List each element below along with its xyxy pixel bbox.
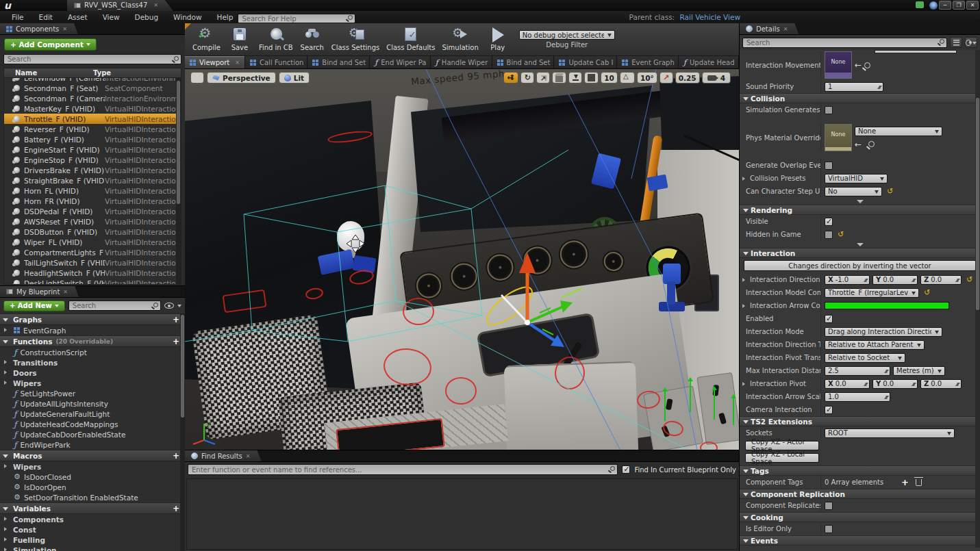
- direction-y-field[interactable]: Y0.0: [872, 275, 918, 285]
- use-selected-asset-icon[interactable]: [855, 60, 862, 70]
- component-row[interactable]: DriversBrake_F (VHID) VirtualHIDInteract…: [4, 165, 181, 175]
- section-header-collision[interactable]: Collision: [740, 93, 980, 103]
- viewport-3d[interactable]: Max speed 95 mph: [185, 69, 739, 450]
- document-tab[interactable]: Bind and Set: [307, 56, 370, 68]
- toolbar-button[interactable]: Search: [297, 24, 328, 55]
- asset-window-tab[interactable]: RVV_WSR_Class47: [67, 0, 173, 11]
- component-row[interactable]: HeadlightSwitch_F (VHID) VirtualHIDInter…: [4, 268, 181, 278]
- blueprint-item[interactable]: UpdateCabDoorEnabledState: [0, 429, 185, 439]
- distance-unit-dropdown[interactable]: Metres (m): [893, 366, 945, 376]
- simulation-hit-checkbox[interactable]: [825, 106, 833, 114]
- blueprint-item[interactable]: SetDoorTransition EnabledState: [0, 492, 185, 502]
- add-item-button[interactable]: [173, 315, 179, 324]
- component-row[interactable]: Horn_FR (VHID) VirtualHIDInteraction: [4, 196, 181, 206]
- help-search-input[interactable]: [238, 14, 355, 23]
- menu-item[interactable]: Edit: [32, 11, 60, 23]
- camera-speed-button[interactable]: 4: [702, 72, 731, 84]
- menu-item[interactable]: View: [95, 11, 127, 23]
- document-tab[interactable]: Call Function: [245, 56, 307, 68]
- copy-xz-local-button[interactable]: Copy XZ - Local Space: [745, 453, 819, 463]
- is-editor-only-checkbox[interactable]: [825, 525, 833, 533]
- invert-direction-button[interactable]: Changes direction by inverting the vecto…: [744, 260, 976, 271]
- find-results-list[interactable]: [186, 478, 738, 550]
- add-new-button[interactable]: + Add New: [3, 300, 65, 311]
- menu-item[interactable]: Asset: [60, 11, 95, 23]
- overlap-events-checkbox[interactable]: [825, 162, 833, 170]
- marketplace-icon[interactable]: [929, 1, 938, 10]
- blueprint-item[interactable]: Components: [0, 514, 185, 524]
- debug-object-dropdown[interactable]: No debug object selected: [519, 30, 615, 40]
- sound-priority-field[interactable]: 1: [825, 82, 883, 92]
- phys-material-thumbnail[interactable]: None: [825, 124, 852, 151]
- camera-interaction-checkbox[interactable]: [825, 406, 833, 414]
- section-header-interaction[interactable]: Interaction: [740, 248, 980, 258]
- blueprint-item[interactable]: IsDoorOpen: [0, 482, 185, 492]
- blueprint-item[interactable]: Wipers: [0, 378, 185, 388]
- components-scrollbar[interactable]: [176, 78, 181, 284]
- blueprint-item[interactable]: Functions (20 Overridable): [0, 335, 185, 347]
- document-tab[interactable]: Update Head: [679, 56, 739, 68]
- component-row[interactable]: Secondman_F (Seat) SeatComponent: [4, 83, 181, 93]
- blueprint-item[interactable]: EventGraph: [0, 325, 185, 335]
- feedback-chat-icon[interactable]: [916, 1, 924, 8]
- component-row[interactable]: StraightBrake_F (VHID) VirtualHIDInterac…: [4, 175, 181, 185]
- interaction-mode-dropdown[interactable]: Drag along Interaction Direction: [825, 327, 942, 337]
- enabled-checkbox[interactable]: [825, 315, 833, 323]
- toolbar-button[interactable]: Find in CB: [255, 24, 297, 55]
- trash-icon[interactable]: [916, 479, 922, 486]
- model-component-dropdown[interactable]: Throttle_F (IrregularLever): [825, 288, 919, 298]
- chevron-down-icon[interactable]: [177, 305, 181, 309]
- lit-mode-button[interactable]: Lit: [279, 72, 310, 84]
- close-icon[interactable]: [153, 0, 158, 11]
- direction-z-field[interactable]: Z0.0: [920, 275, 962, 285]
- reset-to-default-icon[interactable]: [966, 276, 972, 284]
- details-scrollbar[interactable]: [975, 50, 980, 548]
- section-header-ts2-extensions[interactable]: TS2 Extensions: [740, 416, 980, 426]
- scale-snap-value-button[interactable]: 0.25: [675, 72, 700, 84]
- rotate-tool-button[interactable]: [520, 72, 534, 84]
- rotation-snap-value-button[interactable]: 10°: [637, 72, 657, 84]
- expand-advanced-button[interactable]: [740, 198, 980, 205]
- section-header-cooking[interactable]: Cooking: [740, 512, 980, 522]
- coordinate-system-button[interactable]: [552, 72, 566, 84]
- close-icon[interactable]: [62, 26, 67, 32]
- blueprint-item[interactable]: UpdateAllLightsIntensity: [0, 398, 185, 409]
- blueprint-item[interactable]: Simulation: [0, 545, 185, 551]
- blueprint-item[interactable]: Macros: [0, 450, 185, 461]
- display-filter-button[interactable]: [965, 37, 977, 48]
- move-tool-button[interactable]: [503, 72, 518, 84]
- find-in-blueprint-checkbox[interactable]: [622, 465, 630, 474]
- phys-material-dropdown[interactable]: None: [855, 127, 942, 136]
- column-type[interactable]: Type: [93, 69, 181, 77]
- pivot-z-field[interactable]: Z0.0: [920, 379, 962, 389]
- blueprint-item[interactable]: UpdateGeneralFaultLight: [0, 409, 185, 419]
- close-icon[interactable]: [783, 26, 788, 32]
- blueprint-item[interactable]: Variables: [0, 502, 185, 514]
- minimize-button[interactable]: ─: [939, 1, 951, 10]
- direction-transform-dropdown[interactable]: Relative to Attach Parent: [825, 340, 925, 350]
- drag-handle-icon[interactable]: [874, 84, 881, 89]
- blueprint-item[interactable]: EndWiperPark: [0, 439, 185, 450]
- surface-snapping-button[interactable]: [568, 72, 582, 84]
- reset-to-default-icon[interactable]: [887, 188, 893, 196]
- tab-find-results[interactable]: Find Results: [185, 450, 261, 461]
- toolbar-button[interactable]: Play: [482, 24, 514, 55]
- toolbar-button[interactable]: Class Settings: [328, 24, 384, 55]
- component-row[interactable]: Wiper_FL (VHID) VirtualHIDInteraction: [4, 237, 181, 247]
- section-header-rendering[interactable]: Rendering: [740, 205, 980, 215]
- toolbar-button[interactable]: Class Defaults: [383, 24, 438, 55]
- component-row[interactable]: LeftWindow_F (Camera) InteractionEnviron…: [4, 78, 181, 83]
- pivot-x-field[interactable]: X0.0: [825, 379, 870, 389]
- light-bulb-sprite[interactable]: [337, 221, 364, 251]
- close-icon[interactable]: [63, 289, 68, 295]
- blueprint-item[interactable]: ConstructionScript: [0, 347, 185, 357]
- close-window-button[interactable]: ✕: [966, 1, 979, 10]
- toolbar-button[interactable]: Compile: [189, 24, 224, 55]
- component-row[interactable]: Throttle_F (VHID) VirtualHIDInteraction: [4, 114, 181, 124]
- blueprint-item[interactable]: IsDoorClosed: [0, 472, 185, 482]
- view-options-icon[interactable]: [164, 303, 174, 309]
- document-tab[interactable]: Update Cab I: [554, 56, 617, 68]
- toolbar-button[interactable]: Save: [224, 24, 255, 55]
- component-row[interactable]: EngineStop_F (VHID) VirtualHIDInteractio…: [4, 155, 181, 165]
- document-tab[interactable]: Handle Wiper: [431, 56, 492, 68]
